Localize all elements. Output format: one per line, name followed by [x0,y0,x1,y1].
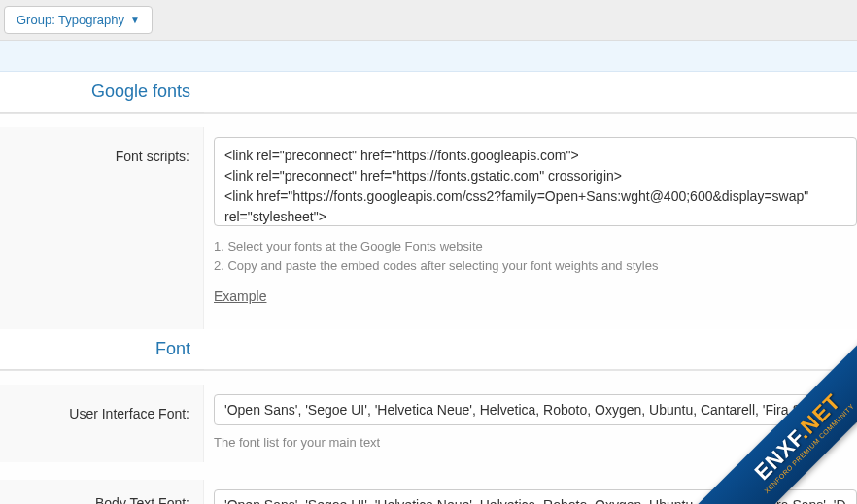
row-ui-font: User Interface Font: The font list for y… [0,371,857,462]
row-font-scripts: Font scripts: 1. Select your fonts at th… [0,114,857,329]
section-title-font: Font [0,329,204,370]
link-example[interactable]: Example [214,288,266,304]
caret-down-icon: ▼ [130,15,140,25]
group-dropdown-button[interactable]: Group: Typography ▼ [4,6,153,34]
group-dropdown-label: Group: Typography [17,13,124,27]
section-google-fonts-header: Google fonts [0,72,857,114]
link-google-fonts[interactable]: Google Fonts [360,239,436,253]
label-ui-font: User Interface Font: [0,385,204,462]
section-font-header: Font [0,329,857,371]
row-body-font: Body Text Font: [0,462,857,505]
info-bar [0,41,857,72]
label-body-font: Body Text Font: [0,480,204,505]
hint-font-scripts: 1. Select your fonts at the Google Fonts… [214,237,857,275]
input-ui-font[interactable] [214,394,857,425]
top-bar: Group: Typography ▼ [0,0,857,41]
input-font-scripts[interactable] [214,137,857,226]
label-font-scripts: Font scripts: [0,127,204,329]
hint-ui-font: The font list for your main text [214,433,857,453]
input-body-font[interactable] [214,489,857,505]
section-title-google-fonts: Google fonts [0,72,204,113]
